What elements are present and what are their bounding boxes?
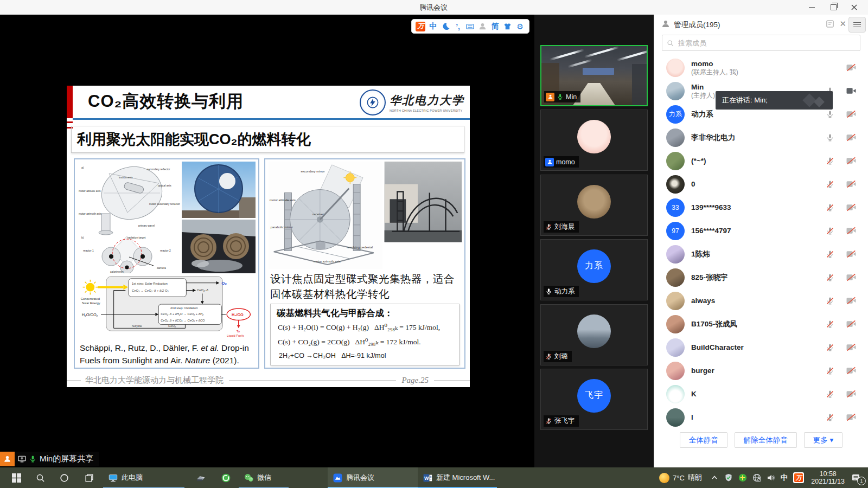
member-camera-icon[interactable]: [846, 297, 856, 305]
member-camera-icon[interactable]: [846, 273, 856, 281]
tray-speaker-icon[interactable]: [764, 467, 778, 488]
panel-menu-button[interactable]: [848, 17, 866, 33]
close-button[interactable]: [843, 0, 865, 15]
member-mic-icon[interactable]: [826, 250, 834, 259]
member-camera-icon[interactable]: [846, 203, 856, 211]
member-row[interactable]: BuildCharacter: [654, 336, 868, 359]
keyboard-icon[interactable]: [465, 22, 475, 31]
video-tile[interactable]: 力系 动力系: [540, 239, 648, 300]
restore-button[interactable]: [822, 0, 844, 15]
gear-icon[interactable]: ⚙: [515, 22, 525, 31]
task-view-button[interactable]: [79, 467, 99, 488]
member-mic-icon[interactable]: [826, 227, 834, 235]
member-camera-icon[interactable]: [846, 63, 856, 72]
member-mic-icon[interactable]: [826, 367, 834, 375]
tray-language-indicator[interactable]: 中: [778, 467, 791, 488]
member-camera-icon[interactable]: [846, 250, 856, 258]
mute-all-button[interactable]: 全体静音: [680, 432, 727, 448]
video-tile[interactable]: momo: [540, 110, 648, 171]
member-row[interactable]: burger: [654, 359, 868, 382]
member-camera-icon[interactable]: [846, 390, 856, 398]
tray-sogou-icon[interactable]: 万: [790, 467, 807, 488]
this-pc-icon: [108, 473, 118, 483]
member-row[interactable]: l: [654, 406, 868, 429]
member-row[interactable]: momo (联席主持人, 我): [654, 56, 868, 79]
taskbar-scanner[interactable]: [191, 467, 210, 488]
svg-text:reactor 1: reactor 1: [83, 249, 94, 252]
video-tile[interactable]: 刘璐: [540, 304, 648, 365]
taskbar-tencent-meeting[interactable]: 腾讯会议: [328, 467, 418, 488]
member-row[interactable]: K: [654, 382, 868, 406]
member-mic-icon[interactable]: [826, 203, 834, 212]
moon-icon[interactable]: [441, 22, 450, 31]
member-mic-icon[interactable]: [826, 297, 834, 305]
member-mic-icon[interactable]: [826, 320, 834, 329]
member-row[interactable]: always: [654, 289, 868, 312]
member-name: l: [691, 413, 826, 422]
svg-text:calorimeter: calorimeter: [110, 270, 124, 273]
member-row[interactable]: 0: [654, 172, 868, 196]
member-camera-icon[interactable]: [846, 180, 856, 188]
member-mic-icon[interactable]: [826, 133, 834, 142]
member-mic-icon[interactable]: [826, 110, 834, 119]
member-camera-icon[interactable]: [846, 133, 856, 142]
punctuation-icon[interactable]: ’,: [453, 22, 463, 31]
pop-out-icon[interactable]: [826, 20, 834, 30]
member-mic-icon[interactable]: [826, 157, 834, 165]
sogou-logo-icon[interactable]: 万: [416, 22, 425, 31]
member-row[interactable]: (*~*): [654, 149, 868, 172]
member-row[interactable]: 李非华北电力: [654, 126, 868, 149]
tray-shield-check-icon[interactable]: [722, 467, 736, 488]
taskbar-browser[interactable]: [216, 467, 235, 488]
video-tile[interactable]: 刘海晨: [540, 175, 648, 236]
weather-sun-icon: [659, 473, 669, 483]
tray-globe-icon[interactable]: [750, 467, 764, 488]
unmute-all-button[interactable]: 解除全体静音: [735, 432, 797, 448]
start-button[interactable]: [7, 467, 26, 488]
video-tile[interactable]: Min: [540, 45, 648, 106]
member-camera-icon[interactable]: [846, 413, 856, 421]
skin-icon[interactable]: [503, 22, 513, 31]
member-camera-icon[interactable]: [846, 87, 856, 95]
member-camera-icon[interactable]: [846, 367, 856, 375]
video-tile[interactable]: 飞宇 张飞宇: [540, 369, 648, 430]
tray-clock[interactable]: 10:58 2021/11/13: [807, 467, 849, 488]
tray-notification-icon[interactable]: 1: [849, 467, 868, 488]
member-camera-icon[interactable]: [846, 157, 856, 165]
svg-text:W: W: [424, 475, 429, 480]
taskbar-wechat[interactable]: 微信: [239, 467, 289, 488]
search-input[interactable]: [677, 38, 856, 48]
member-mic-icon[interactable]: [826, 180, 834, 189]
tray-chevron-up-icon[interactable]: [707, 467, 722, 488]
search-button[interactable]: [30, 467, 50, 488]
tray-green-plus-icon[interactable]: [736, 467, 750, 488]
member-mic-icon[interactable]: [826, 273, 834, 282]
member-mic-icon[interactable]: [826, 390, 834, 399]
participant-name: 刘璐: [554, 352, 568, 361]
member-row[interactable]: 1陈炜: [654, 242, 868, 266]
ime-toolbar[interactable]: 万 中 ’, 简 ⚙: [411, 19, 529, 34]
svg-text:CeO₂₋δ: CeO₂₋δ: [197, 288, 208, 292]
member-search-box[interactable]: [662, 35, 860, 51]
cortana-button[interactable]: [54, 467, 74, 488]
member-camera-icon[interactable]: [846, 343, 856, 351]
panel-close-icon[interactable]: ✕: [839, 19, 846, 29]
minimize-button[interactable]: [801, 0, 822, 15]
member-mic-icon[interactable]: [826, 343, 834, 352]
member-camera-icon[interactable]: [846, 320, 856, 328]
member-row[interactable]: 33 139****9633: [654, 196, 868, 219]
member-mic-icon[interactable]: [826, 413, 834, 422]
member-row[interactable]: 97 156****4797: [654, 219, 868, 242]
simplified-icon[interactable]: 简: [490, 22, 500, 31]
taskbar-this-pc[interactable]: 此电脑: [103, 467, 184, 488]
more-button[interactable]: 更多 ▾: [804, 432, 843, 448]
member-camera-icon[interactable]: [846, 110, 856, 118]
tray-weather[interactable]: 7°C 晴朗: [656, 467, 707, 488]
person-icon[interactable]: [478, 22, 488, 31]
member-row[interactable]: B1705-张成凤: [654, 312, 868, 336]
member-camera-icon[interactable]: [846, 227, 856, 235]
notification-badge: 1: [857, 477, 866, 485]
taskbar-word[interactable]: W 新建 Microsoft W...: [418, 467, 497, 488]
member-row[interactable]: 825-张晓宇: [654, 266, 868, 289]
chinese-mode-icon[interactable]: 中: [428, 22, 438, 31]
